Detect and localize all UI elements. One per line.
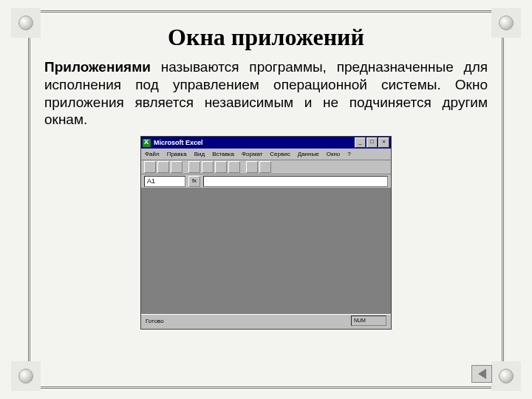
redo-icon[interactable]: [259, 161, 271, 173]
corner-ornament: [11, 8, 41, 38]
menu-help[interactable]: ?: [347, 151, 350, 157]
paragraph-bold-term: Приложениями: [44, 59, 151, 75]
menu-edit[interactable]: Правка: [167, 151, 187, 157]
open-file-icon[interactable]: [157, 161, 169, 173]
titlebar[interactable]: Microsoft Excel _ □ ×: [141, 137, 391, 149]
corner-ornament: [11, 361, 41, 391]
minimize-button[interactable]: _: [355, 137, 366, 148]
slide-paragraph: Приложениями называются программы, предн…: [44, 58, 488, 129]
slide-title: Окна приложений: [44, 24, 488, 51]
menu-insert[interactable]: Вставка: [212, 151, 234, 157]
maximize-button[interactable]: □: [366, 137, 378, 148]
toolbar: [141, 160, 391, 174]
corner-ornament: [491, 361, 521, 391]
menu-file[interactable]: Файл: [145, 151, 160, 157]
close-button[interactable]: ×: [378, 137, 389, 148]
workspace-area[interactable]: [141, 188, 391, 314]
window-title: Microsoft Excel: [154, 139, 354, 146]
menu-tools[interactable]: Сервис: [270, 151, 290, 157]
name-box[interactable]: A1: [144, 176, 185, 187]
print-icon[interactable]: [188, 161, 200, 173]
undo-icon[interactable]: [246, 161, 258, 173]
new-file-icon[interactable]: [144, 161, 156, 173]
menu-view[interactable]: Вид: [194, 151, 205, 157]
excel-window: Microsoft Excel _ □ × Файл Правка Вид Вс…: [140, 136, 392, 330]
prev-slide-button[interactable]: [471, 365, 492, 383]
menu-window[interactable]: Окно: [327, 151, 341, 157]
menubar[interactable]: Файл Правка Вид Вставка Формат Сервис Да…: [141, 149, 391, 160]
menu-format[interactable]: Формат: [242, 151, 262, 157]
statusbar: Готово NUM: [141, 314, 391, 327]
corner-ornament: [491, 8, 521, 38]
menu-data[interactable]: Данные: [298, 151, 319, 157]
status-text: Готово: [146, 318, 348, 324]
paste-icon[interactable]: [228, 161, 240, 173]
copy-icon[interactable]: [215, 161, 227, 173]
formula-bar: A1 fx: [141, 174, 391, 188]
formula-input[interactable]: [203, 176, 388, 187]
save-icon[interactable]: [171, 161, 183, 173]
fx-button[interactable]: fx: [188, 176, 200, 187]
cut-icon[interactable]: [202, 161, 214, 173]
status-panel-num: NUM: [351, 316, 386, 326]
excel-app-icon: [143, 139, 151, 147]
arrow-left-icon: [478, 369, 486, 379]
